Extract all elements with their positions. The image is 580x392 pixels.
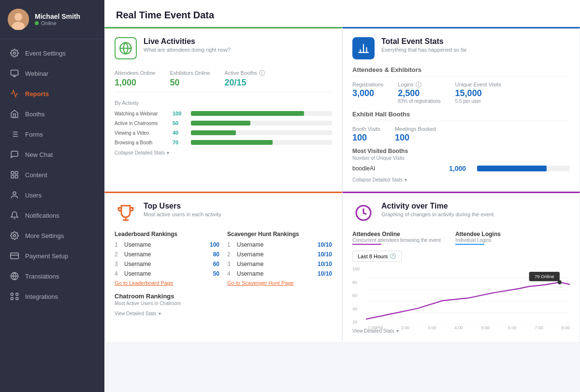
sidebar-item-notifications[interactable]: Notifications bbox=[0, 205, 104, 225]
booth-visits-stat: Booth Visits 100 bbox=[352, 126, 380, 143]
s-rank-num-3: 3 bbox=[227, 261, 233, 267]
view-detailed-stats-link[interactable]: View Detailed Stats ▾ bbox=[115, 311, 332, 316]
scavenger-row-4: 4 Username 10/10 bbox=[227, 270, 332, 277]
booth-stats-group: Booth Visits 100 Meetings Booked 100 bbox=[352, 126, 570, 143]
svg-text:79 Online: 79 Online bbox=[535, 274, 554, 279]
sidebar-label-notifications: Notifications bbox=[25, 212, 59, 219]
time-filter-bar: Last 8 Hours 🕐 bbox=[352, 251, 570, 262]
rank-score-1: 100 bbox=[210, 241, 219, 248]
logins-stat: Logins i 2,500 83% of registrations bbox=[398, 82, 440, 104]
content-icon bbox=[10, 170, 19, 180]
top-users-title: Top Users bbox=[144, 202, 221, 210]
sidebar-item-new-chat[interactable]: New Chat bbox=[0, 144, 104, 165]
most-visited-title: Most Visited Booths bbox=[352, 148, 570, 154]
by-activity-label: By Activity bbox=[115, 100, 332, 106]
activity-breakdown: By Activity Watching a Webinar 100 Activ… bbox=[115, 100, 332, 155]
collapse-activities-link[interactable]: Collapse Detailed Stats ▾ bbox=[115, 150, 332, 155]
scavenger-link[interactable]: Go to Scavenger Hunt Page bbox=[227, 280, 332, 286]
s-rank-name-1: Username bbox=[237, 241, 314, 248]
activity-name-0: Watching a Webinar bbox=[115, 111, 168, 116]
attendee-logins-time-sub: Individual Logins bbox=[455, 238, 501, 243]
rank-score-4: 50 bbox=[213, 270, 219, 277]
live-activities-card: Live Activities What are attendees doing… bbox=[104, 27, 342, 192]
scavenger-hunt-section: Scavenger Hunt Rankings 1 Username 10/10… bbox=[227, 231, 332, 286]
info-icon: i bbox=[259, 70, 265, 76]
sidebar-item-payment-setup[interactable]: Payment Setup bbox=[0, 246, 104, 266]
logins-value: 2,500 bbox=[398, 88, 440, 98]
attendees-online-time-title: Attendees Online bbox=[352, 231, 441, 238]
total-stats-subtitle: Everything that has happened so far bbox=[381, 47, 467, 53]
last-8-hours-filter[interactable]: Last 8 Hours 🕐 bbox=[352, 251, 402, 262]
purple-line-indicator bbox=[352, 244, 381, 245]
sidebar-item-users[interactable]: Users bbox=[0, 185, 104, 205]
top-booth-name: boodleAI bbox=[352, 165, 445, 172]
s-rank-num-4: 4 bbox=[227, 270, 233, 277]
chatroom-title: Chatroom Rankings bbox=[115, 293, 332, 300]
attendee-logins-time-stat: Attendee Logins Individual Logins bbox=[455, 231, 501, 245]
activity-bar-fill-0 bbox=[191, 111, 304, 116]
chatroom-rankings-section: Chatroom Rankings Most Active Users in C… bbox=[115, 293, 332, 306]
exhibitors-online-value: 50 bbox=[170, 78, 210, 88]
registrations-value: 3,000 bbox=[352, 88, 383, 98]
activity-bar-track-1 bbox=[191, 121, 332, 126]
rank-name-1: Username bbox=[124, 241, 206, 248]
sidebar-label-reports: Reports bbox=[25, 90, 49, 98]
sidebar-item-translations[interactable]: Translations bbox=[0, 266, 104, 286]
live-activities-title: Live Activities bbox=[144, 37, 231, 46]
activity-bar-track-3 bbox=[191, 140, 332, 145]
integrations-icon bbox=[10, 292, 19, 301]
activity-name-2: Viewing a Video bbox=[115, 130, 168, 136]
s-rank-score-3: 10/10 bbox=[318, 261, 332, 267]
sidebar-item-more-settings[interactable]: More Settings bbox=[0, 225, 104, 246]
logins-label: Logins i bbox=[398, 82, 440, 87]
activity-name-1: Active in Chatrooms bbox=[115, 121, 168, 126]
sidebar-item-reports[interactable]: Reports bbox=[0, 84, 104, 104]
most-visited-sub: Number of Unique Visits bbox=[352, 155, 570, 161]
leaderboard-section: Leaderboard Rankings 1 Username 100 2 Us… bbox=[115, 231, 219, 286]
leaderboard-row-1: 1 Username 100 bbox=[115, 241, 219, 248]
meetings-booked-label: Meetings Booked bbox=[395, 126, 436, 132]
attendees-exhibitors-section: Attendees & Exhibitors bbox=[352, 66, 570, 77]
sidebar-label-content: Content bbox=[25, 171, 47, 179]
activity-row-2: Viewing a Video 40 bbox=[115, 130, 332, 136]
booth-visits-label: Booth Visits bbox=[352, 126, 380, 132]
s-rank-score-4: 10/10 bbox=[318, 270, 332, 277]
sidebar-item-content[interactable]: Content bbox=[0, 165, 104, 185]
attendees-online-value: 1,000 bbox=[115, 78, 155, 88]
rank-score-2: 80 bbox=[213, 251, 219, 258]
sidebar-item-event-settings[interactable]: Event Settings bbox=[0, 43, 104, 63]
attendees-online-label: Attendees Online bbox=[115, 70, 155, 76]
activity-time-title: Activity over Time bbox=[381, 202, 493, 210]
svg-rect-26 bbox=[16, 297, 18, 300]
sidebar-label-translations: Translations bbox=[25, 273, 59, 280]
profile-status: Online bbox=[35, 20, 80, 26]
scavenger-title: Scavenger Hunt Rankings bbox=[227, 231, 332, 238]
sidebar-item-forms[interactable]: Forms bbox=[0, 124, 104, 144]
s-rank-num-2: 2 bbox=[227, 251, 233, 258]
rank-score-3: 60 bbox=[213, 261, 219, 267]
sidebar-item-integrations[interactable]: Integrations bbox=[0, 286, 104, 307]
leaderboard-title: Leaderboard Rankings bbox=[115, 231, 219, 238]
top-users-header: Top Users Most active users in each acti… bbox=[115, 202, 332, 224]
gear-icon bbox=[10, 48, 19, 58]
chart-svg-container: 79 Online bbox=[366, 266, 570, 324]
collapse-stats-link[interactable]: Collapse Detailed Stats ▾ bbox=[352, 177, 570, 182]
activity-bar-fill-2 bbox=[191, 130, 236, 135]
rank-num-1: 1 bbox=[115, 241, 120, 248]
sidebar-item-booths[interactable]: Booths bbox=[0, 104, 104, 124]
trophy-icon-container bbox=[115, 202, 137, 224]
registrations-stat: Registrations 3,000 bbox=[352, 82, 383, 104]
total-stats-header: Total Event Stats Everything that has ha… bbox=[352, 37, 570, 59]
booths-icon bbox=[10, 109, 19, 119]
sidebar-item-webinar[interactable]: Webinar bbox=[0, 63, 104, 84]
active-booths-label: Active Booths i bbox=[225, 70, 265, 76]
dashboard-grid: Live Activities What are attendees doing… bbox=[104, 27, 580, 343]
s-rank-num-1: 1 bbox=[227, 241, 233, 248]
profile-name: Michael Smith bbox=[35, 13, 80, 20]
status-indicator bbox=[35, 21, 39, 25]
activity-time-title-group: Activity over Time Graphing of changes i… bbox=[381, 202, 493, 217]
leaderboard-link[interactable]: Go to Leaderboard Page bbox=[115, 280, 219, 286]
sidebar-label-webinar: Webinar bbox=[25, 70, 48, 77]
top-users-card: Top Users Most active users in each acti… bbox=[104, 192, 342, 343]
svg-point-17 bbox=[13, 192, 16, 195]
